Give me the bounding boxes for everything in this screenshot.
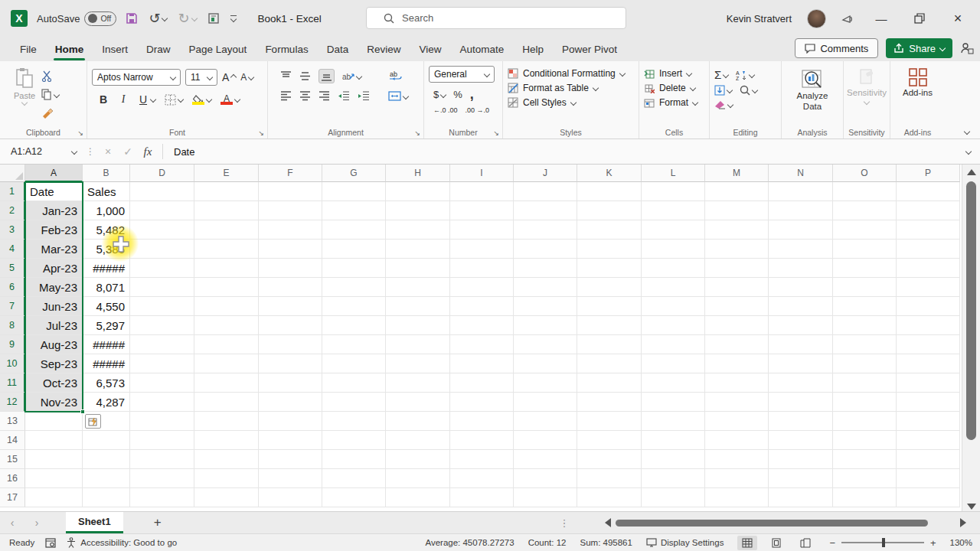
cell-F6[interactable] <box>259 278 322 297</box>
cell-L17[interactable] <box>642 488 705 507</box>
cell-J8[interactable] <box>514 316 577 335</box>
announcements-icon[interactable] <box>841 12 854 25</box>
column-header-n[interactable]: N <box>769 165 833 182</box>
cell-F17[interactable] <box>259 488 322 507</box>
cell-E4[interactable] <box>194 240 259 259</box>
cell-I11[interactable] <box>450 373 514 393</box>
cell-P6[interactable] <box>897 278 960 297</box>
column-header-h[interactable]: H <box>386 165 450 182</box>
cell-K5[interactable] <box>577 259 642 278</box>
cell-I3[interactable] <box>450 220 514 240</box>
page-layout-view-button[interactable] <box>766 536 786 550</box>
cell-L10[interactable] <box>642 354 705 373</box>
scroll-left-arrow[interactable] <box>605 518 611 527</box>
row-header-17[interactable]: 17 <box>0 488 25 507</box>
cell-P12[interactable] <box>897 393 960 412</box>
cell-J6[interactable] <box>514 278 577 297</box>
column-header-g[interactable]: G <box>322 165 386 182</box>
align-left-icon[interactable] <box>280 91 292 101</box>
prev-sheet-arrow[interactable]: ‹ <box>0 517 24 529</box>
row-header-9[interactable]: 9 <box>0 335 25 354</box>
cell-O15[interactable] <box>833 450 897 469</box>
zoom-thumb[interactable] <box>882 538 885 547</box>
tab-file[interactable]: File <box>11 39 46 60</box>
cell-E3[interactable] <box>194 220 259 240</box>
cell-K6[interactable] <box>577 278 642 297</box>
horizontal-scrollbar[interactable] <box>605 519 966 527</box>
cell-A14[interactable] <box>25 431 83 450</box>
cell-P4[interactable] <box>897 240 960 259</box>
cell-K2[interactable] <box>577 201 642 220</box>
row-header-11[interactable]: 11 <box>0 373 25 393</box>
cell-B17[interactable] <box>83 488 130 507</box>
cell-F10[interactable] <box>259 354 322 373</box>
cell-K14[interactable] <box>577 431 642 450</box>
cell-H2[interactable] <box>386 201 450 220</box>
cell-I5[interactable] <box>450 259 514 278</box>
clear-button[interactable] <box>714 99 733 109</box>
name-box[interactable]: A1:A12 <box>0 139 83 164</box>
cell-G5[interactable] <box>322 259 386 278</box>
cell-B7[interactable]: 4,550 <box>83 297 130 316</box>
cell-I17[interactable] <box>450 488 514 507</box>
bold-button[interactable]: B <box>98 93 109 106</box>
decrease-font-button[interactable]: A <box>240 72 253 83</box>
cell-P17[interactable] <box>897 488 960 507</box>
cell-O11[interactable] <box>833 373 897 393</box>
autosave-control[interactable]: AutoSave Off <box>37 11 116 26</box>
cell-B3[interactable]: 5,482 <box>83 220 130 240</box>
cell-K4[interactable] <box>577 240 642 259</box>
cell-O10[interactable] <box>833 354 897 373</box>
cell-N14[interactable] <box>769 431 833 450</box>
cell-N8[interactable] <box>769 316 833 335</box>
cell-M17[interactable] <box>705 488 769 507</box>
vertical-scrollbar[interactable] <box>962 165 980 511</box>
cell-D5[interactable] <box>130 259 194 278</box>
cell-O7[interactable] <box>833 297 897 316</box>
cell-L14[interactable] <box>642 431 705 450</box>
align-right-icon[interactable] <box>318 91 330 101</box>
cell-J16[interactable] <box>514 469 577 488</box>
cell-I1[interactable] <box>450 182 514 201</box>
cell-E5[interactable] <box>194 259 259 278</box>
cell-I2[interactable] <box>450 201 514 220</box>
cell-E12[interactable] <box>194 393 259 412</box>
cell-N17[interactable] <box>769 488 833 507</box>
cell-E17[interactable] <box>194 488 259 507</box>
cell-D2[interactable] <box>130 201 194 220</box>
align-bottom-button[interactable] <box>318 69 335 83</box>
cell-F4[interactable] <box>259 240 322 259</box>
cell-D9[interactable] <box>130 335 194 354</box>
alignment-dialog-launcher[interactable]: ↘ <box>414 129 420 137</box>
row-header-3[interactable]: 3 <box>0 220 25 240</box>
cell-H7[interactable] <box>386 297 450 316</box>
cell-O16[interactable] <box>833 469 897 488</box>
addins-button[interactable]: Add-ins <box>895 67 940 98</box>
increase-font-button[interactable]: A <box>222 71 236 83</box>
cell-I10[interactable] <box>450 354 514 373</box>
column-header-i[interactable]: I <box>450 165 514 182</box>
cell-A11[interactable]: Oct-23 <box>25 373 83 393</box>
fill-color-button[interactable] <box>192 95 211 105</box>
cell-N10[interactable] <box>769 354 833 373</box>
search-input[interactable]: Search <box>366 7 626 29</box>
cell-M9[interactable] <box>705 335 769 354</box>
underline-button[interactable]: U <box>138 93 155 106</box>
increase-indent-icon[interactable] <box>358 91 370 101</box>
cell-F13[interactable] <box>259 412 322 431</box>
cell-J3[interactable] <box>514 220 577 240</box>
cell-K8[interactable] <box>577 316 642 335</box>
cell-D12[interactable] <box>130 393 194 412</box>
cell-A16[interactable] <box>25 469 83 488</box>
cell-D16[interactable] <box>130 469 194 488</box>
borders-button[interactable] <box>165 94 183 106</box>
excel-logo-icon[interactable]: X <box>11 10 28 27</box>
new-sheet-button[interactable]: + <box>154 515 162 530</box>
cell-F15[interactable] <box>259 450 322 469</box>
tab-page-layout[interactable]: Page Layout <box>180 39 256 60</box>
format-painter-icon[interactable] <box>41 107 54 119</box>
cell-A4[interactable]: Mar-23 <box>25 240 83 259</box>
cell-N3[interactable] <box>769 220 833 240</box>
workbook-stats-icon[interactable] <box>207 12 220 24</box>
font-dialog-launcher[interactable]: ↘ <box>258 129 264 137</box>
